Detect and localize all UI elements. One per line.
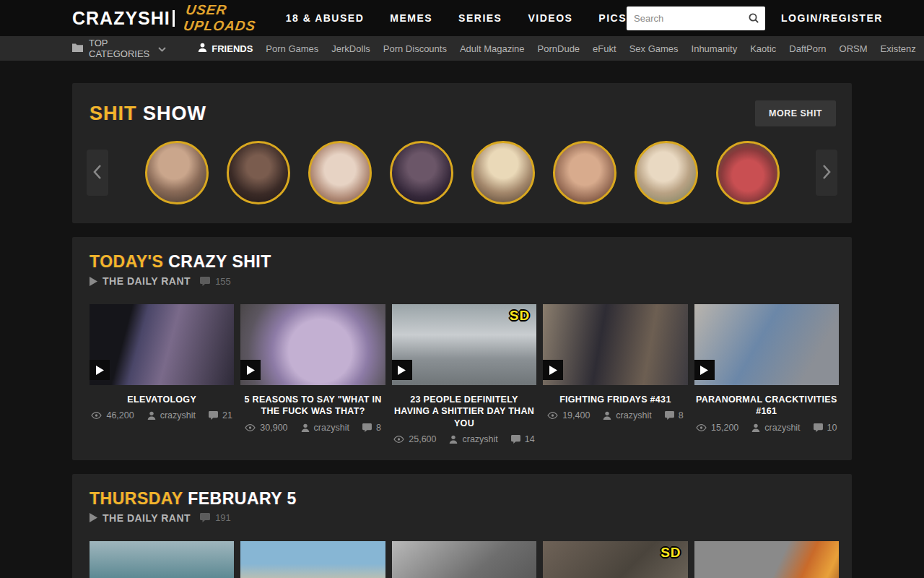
partner-link[interactable]: Kaotic xyxy=(750,43,776,54)
play-arrow-icon xyxy=(90,513,97,522)
video-title[interactable]: FIGHTING FRIDAYS #431 xyxy=(543,394,687,405)
video-stats: 15,200 crazyshit 10 xyxy=(694,423,839,433)
carousel-next-button[interactable] xyxy=(816,150,837,196)
comment-icon xyxy=(209,411,218,420)
view-count: 15,200 xyxy=(711,423,738,433)
comment-count: 8 xyxy=(679,410,684,420)
video-thumbnail[interactable] xyxy=(694,304,839,385)
main-nav-item[interactable]: VIDEOS xyxy=(528,12,572,24)
more-shit-button[interactable]: MORE SHIT xyxy=(755,100,836,126)
video-thumbnail[interactable] xyxy=(90,304,234,385)
video-thumbnail[interactable] xyxy=(392,541,536,578)
daily-rant-link[interactable]: THE DAILY RANT 191 xyxy=(90,512,840,524)
search-input[interactable] xyxy=(634,13,748,24)
story-avatar[interactable] xyxy=(716,141,780,204)
eye-icon xyxy=(91,412,102,419)
daily-rant-link[interactable]: THE DAILY RANT 155 xyxy=(90,275,840,287)
video-title[interactable]: 23 PEOPLE DEFINITELY HAVING A SHITTIER D… xyxy=(392,394,536,429)
eye-icon xyxy=(393,436,404,443)
uploader-name[interactable]: crazyshit xyxy=(462,434,497,444)
main-nav-item[interactable]: 18 & ABUSED xyxy=(286,12,365,24)
story-avatar[interactable] xyxy=(145,141,209,204)
logo-bar xyxy=(173,10,175,27)
video-card-grid: SD xyxy=(90,541,839,578)
video-thumbnail[interactable]: SD xyxy=(543,541,687,578)
partner-link[interactable]: JerkDolls xyxy=(331,43,370,54)
daily-rant-label: THE DAILY RANT xyxy=(103,275,191,287)
play-button[interactable] xyxy=(240,360,261,380)
site-logo[interactable]: CRAZYSHI USER UPLOADS xyxy=(72,2,258,34)
top-categories-dropdown[interactable]: TOP CATEGORIES xyxy=(72,38,166,59)
daily-rant-comment-count: 155 xyxy=(215,276,231,287)
video-card xyxy=(90,541,234,578)
partner-link[interactable]: Existenz xyxy=(881,43,916,54)
partner-link[interactable]: Sex Games xyxy=(629,43,679,54)
daily-rant-comment-count: 191 xyxy=(215,512,231,523)
partner-link[interactable]: Adult Magazine xyxy=(460,43,525,54)
partner-link[interactable]: Inhumanity xyxy=(692,43,738,54)
categories-bar: TOP CATEGORIES FRIENDS Porn GamesJerkDol… xyxy=(0,36,924,61)
section-title: TODAY'S CRAZY SHIT xyxy=(90,252,840,272)
story-avatar[interactable] xyxy=(471,141,535,204)
video-card: SD 23 PEOPLE DEFINITELY HAVING A SHITTIE… xyxy=(392,304,536,444)
story-avatar[interactable] xyxy=(635,141,698,204)
video-card: PARANORMAL CRACKTIVITIES #161 15,200 cra… xyxy=(694,304,839,444)
partner-link[interactable]: PornDude xyxy=(538,43,580,54)
section-title: THURSDAY FEBRUARY 5 xyxy=(90,489,840,509)
story-avatar[interactable] xyxy=(390,141,453,204)
daily-rant-label: THE DAILY RANT xyxy=(103,512,191,524)
video-thumbnail[interactable] xyxy=(240,304,385,385)
video-thumbnail[interactable]: SD xyxy=(392,304,536,385)
chevron-left-icon xyxy=(92,164,103,182)
partner-link[interactable]: Porn Games xyxy=(266,43,318,54)
story-avatar[interactable] xyxy=(308,141,372,204)
video-thumbnail[interactable] xyxy=(543,304,687,385)
uploader-name[interactable]: crazyshit xyxy=(160,410,196,420)
partner-link[interactable]: eFukt xyxy=(593,43,616,54)
friends-link[interactable]: FRIENDS xyxy=(198,43,253,54)
comment-count: 14 xyxy=(525,434,535,444)
uploader-name[interactable]: crazyshit xyxy=(764,423,800,433)
video-title[interactable]: ELEVATOLOGY xyxy=(90,394,234,405)
section-today: TODAY'S CRAZY SHIT THE DAILY RANT 155 xyxy=(72,237,852,460)
partner-link[interactable]: Porn Discounts xyxy=(383,43,447,54)
comment-count: 21 xyxy=(222,410,232,420)
video-card-grid: ELEVATOLOGY 46,200 crazyshit xyxy=(90,304,839,444)
section-thursday: THURSDAY FEBRUARY 5 THE DAILY RANT 191 xyxy=(72,474,852,578)
play-button[interactable] xyxy=(90,360,110,380)
story-avatar[interactable] xyxy=(227,141,290,204)
video-thumbnail[interactable] xyxy=(90,541,234,578)
shit-show-carousel xyxy=(72,131,852,223)
logo-text: CRAZYSHI xyxy=(72,8,170,29)
eye-icon xyxy=(245,424,256,431)
search-icon[interactable] xyxy=(748,12,759,24)
play-button[interactable] xyxy=(543,360,563,380)
shit-show-panel: SHIT SHOW MORE SHIT xyxy=(72,83,852,223)
play-arrow-icon xyxy=(90,277,97,286)
uploader-name[interactable]: crazyshit xyxy=(314,423,349,433)
play-button[interactable] xyxy=(392,360,412,380)
login-register-link[interactable]: LOGIN/REGISTER xyxy=(781,12,883,24)
video-stats: 46,200 crazyshit 21 xyxy=(90,410,234,420)
video-title[interactable]: 5 REASONS TO SAY "WHAT IN THE FUCK WAS T… xyxy=(240,394,385,418)
video-stats: 25,600 crazyshit 14 xyxy=(392,434,536,444)
video-card xyxy=(240,541,385,578)
search-box xyxy=(627,7,765,30)
video-thumbnail[interactable] xyxy=(694,541,839,578)
comment-icon xyxy=(814,423,823,432)
carousel-prev-button[interactable] xyxy=(87,150,108,196)
play-button[interactable] xyxy=(694,360,715,380)
uploader-name[interactable]: crazyshit xyxy=(616,410,651,420)
chevron-right-icon xyxy=(821,164,832,182)
video-thumbnail[interactable] xyxy=(240,541,385,578)
main-nav-item[interactable]: MEMES xyxy=(390,12,432,24)
main-nav-item[interactable]: SERIES xyxy=(458,12,502,24)
story-avatar[interactable] xyxy=(553,141,616,204)
main-nav-item[interactable]: PICS xyxy=(598,12,627,24)
partner-link[interactable]: DaftPorn xyxy=(789,43,826,54)
logo-tagline: USER UPLOADS xyxy=(183,2,261,34)
friends-label: FRIENDS xyxy=(212,43,253,54)
partner-link[interactable]: ORSM xyxy=(840,43,868,54)
video-title[interactable]: PARANORMAL CRACKTIVITIES #161 xyxy=(694,394,839,418)
eye-icon xyxy=(696,424,707,431)
